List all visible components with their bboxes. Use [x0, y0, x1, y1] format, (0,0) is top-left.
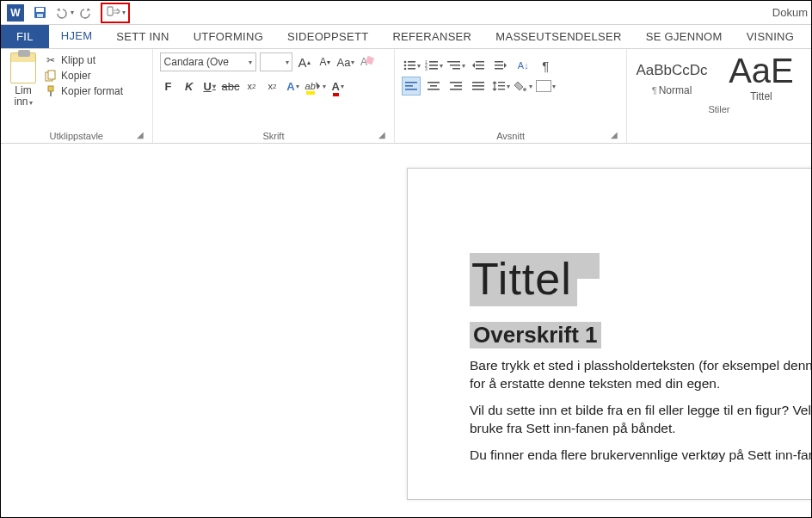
- clipboard-icon: [10, 52, 36, 83]
- group-clipboard: Lim inn▾ ✂ Klipp ut Kopier: [1, 49, 153, 143]
- svg-text:3: 3: [425, 66, 428, 71]
- highlight-button[interactable]: ab ▾: [305, 77, 326, 96]
- group-paragraph: ▾ 123▾ ▾ A↓ ¶ ▾ ▾ ▾ Avsnitt: [395, 49, 627, 143]
- svg-rect-44: [498, 85, 505, 86]
- redo-icon[interactable]: [77, 3, 99, 23]
- tab-insert[interactable]: SETT INN: [104, 25, 181, 48]
- align-center-button[interactable]: [424, 77, 443, 96]
- svg-rect-6: [48, 86, 53, 91]
- svg-rect-15: [408, 68, 415, 70]
- doc-paragraph-3[interactable]: Du finner enda flere brukervennlige verk…: [470, 447, 812, 465]
- tab-review[interactable]: SE GJENNOM: [634, 25, 735, 48]
- svg-rect-19: [429, 65, 438, 66]
- font-family-combo[interactable]: Candara (Ove▾: [160, 52, 256, 71]
- style-normal[interactable]: AaBbCcDc ¶Normal: [637, 62, 706, 96]
- text-effects-button[interactable]: A▾: [285, 77, 302, 96]
- format-painter-button[interactable]: Kopier format: [44, 85, 123, 97]
- line-spacing-button[interactable]: ▾: [491, 77, 510, 96]
- svg-rect-38: [454, 85, 462, 87]
- page[interactable]: Tittel Overskrift 1 Bare trykk et sted i…: [407, 168, 812, 500]
- svg-rect-35: [430, 85, 437, 87]
- group-clipboard-label: Utklippstavle ◢: [8, 129, 145, 141]
- svg-rect-25: [476, 61, 484, 63]
- change-case-button[interactable]: Aa▾: [337, 52, 355, 71]
- grow-font-button[interactable]: A▴: [296, 52, 313, 71]
- bullets-button[interactable]: ▾: [402, 56, 421, 75]
- document-area[interactable]: Tittel Overskrift 1 Bare trykk et sted i…: [1, 145, 811, 517]
- show-marks-button[interactable]: ¶: [536, 56, 555, 75]
- italic-button[interactable]: K: [181, 77, 198, 96]
- tab-design[interactable]: UTFORMING: [181, 25, 275, 48]
- doc-title[interactable]: Tittel: [470, 253, 577, 306]
- borders-button[interactable]: ▾: [536, 77, 556, 96]
- shrink-font-button[interactable]: A▾: [317, 52, 334, 71]
- touch-mode-icon[interactable]: ▾: [101, 3, 130, 23]
- copy-label: Kopier: [61, 70, 91, 82]
- svg-rect-33: [405, 89, 417, 90]
- svg-rect-28: [495, 61, 503, 63]
- group-font-label: Skrift ◢: [160, 129, 388, 141]
- tab-references[interactable]: REFERANSER: [380, 25, 483, 48]
- svg-point-46: [523, 88, 526, 91]
- font-dialog-launcher-icon[interactable]: ◢: [378, 130, 385, 139]
- superscript-button[interactable]: x2: [264, 77, 281, 96]
- sort-button[interactable]: A↓: [514, 56, 532, 75]
- tab-view[interactable]: VISNING: [735, 25, 807, 48]
- tab-layout[interactable]: SIDEOPPSETT: [275, 25, 380, 48]
- tab-file[interactable]: FIL: [1, 25, 49, 48]
- doc-paragraph-1[interactable]: Bare trykk et sted i plassholderteksten …: [470, 357, 812, 393]
- style-title[interactable]: AaE Tittel: [718, 56, 804, 102]
- group-styles-label: Stiler: [634, 102, 804, 114]
- paste-button[interactable]: Lim inn▾: [8, 52, 39, 107]
- style-title-preview: AaE: [729, 56, 794, 85]
- tab-home[interactable]: HJEM: [49, 25, 105, 48]
- strikethrough-button[interactable]: abc: [222, 77, 240, 96]
- doc-paragraph-2[interactable]: Vil du sette inn et bilde fra en fil ell…: [470, 402, 812, 438]
- cut-button[interactable]: ✂ Klipp ut: [44, 54, 123, 66]
- title-bar: W ▾ ▾ Dokum: [1, 1, 811, 25]
- paragraph-dialog-launcher-icon[interactable]: ◢: [611, 130, 618, 139]
- border-grid-icon: [536, 80, 551, 92]
- subscript-button[interactable]: x2: [243, 77, 261, 96]
- multilevel-list-button[interactable]: ▾: [446, 56, 465, 75]
- save-icon[interactable]: [28, 3, 51, 23]
- svg-point-14: [403, 68, 406, 71]
- justify-button[interactable]: [469, 77, 488, 96]
- svg-rect-41: [472, 85, 484, 87]
- decrease-indent-button[interactable]: [469, 56, 488, 75]
- svg-rect-32: [405, 85, 413, 87]
- doc-heading1[interactable]: Overskrift 1: [470, 322, 601, 348]
- svg-rect-11: [408, 61, 415, 63]
- svg-rect-2: [37, 14, 43, 17]
- ribbon-tabs: FIL HJEM SETT INN UTFORMING SIDEOPPSETT …: [1, 25, 811, 49]
- group-font: Candara (Ove▾ ▾ A▴ A▾ Aa▾ A F K U▾ abc x…: [153, 49, 396, 143]
- copy-icon: [44, 70, 57, 82]
- svg-rect-29: [495, 65, 503, 66]
- format-painter-label: Kopier format: [61, 85, 123, 97]
- font-color-button[interactable]: A▾: [329, 77, 347, 96]
- svg-rect-27: [476, 68, 484, 70]
- svg-rect-22: [447, 61, 460, 63]
- svg-rect-24: [452, 68, 460, 70]
- svg-rect-34: [428, 82, 440, 83]
- svg-rect-21: [429, 68, 438, 70]
- quick-access-toolbar: W ▾ ▾: [1, 3, 130, 23]
- undo-icon[interactable]: ▾: [52, 3, 75, 23]
- copy-button[interactable]: Kopier: [44, 70, 123, 82]
- word-app-icon[interactable]: W: [4, 3, 27, 23]
- svg-rect-31: [405, 82, 417, 83]
- underline-button[interactable]: U▾: [201, 77, 218, 96]
- align-right-button[interactable]: [446, 77, 465, 96]
- align-left-button[interactable]: [402, 77, 421, 96]
- bold-button[interactable]: F: [160, 77, 177, 96]
- clipboard-dialog-launcher-icon[interactable]: ◢: [137, 130, 144, 139]
- group-styles: AaBbCcDc ¶Normal AaE Tittel Stiler: [627, 49, 811, 143]
- svg-rect-45: [498, 89, 505, 89]
- clear-formatting-button[interactable]: A: [358, 52, 375, 71]
- tab-mailings[interactable]: MASSEUTSENDELSER: [483, 25, 633, 48]
- font-size-combo[interactable]: ▾: [260, 52, 292, 71]
- shading-button[interactable]: ▾: [514, 77, 532, 96]
- svg-point-12: [403, 65, 406, 67]
- numbering-button[interactable]: 123▾: [424, 56, 443, 75]
- increase-indent-button[interactable]: [491, 56, 510, 75]
